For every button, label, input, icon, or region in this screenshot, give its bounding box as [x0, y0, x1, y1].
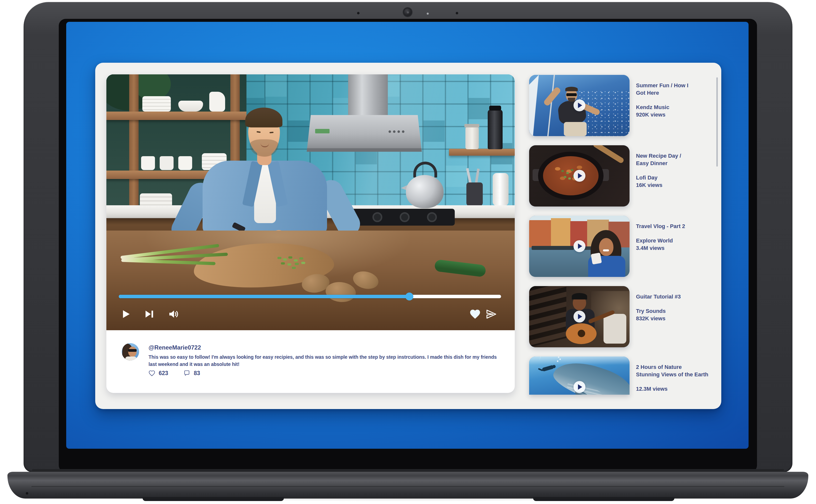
comment-reply-icon[interactable] [183, 370, 190, 377]
laptop: @ReneeMarie0722 This was so easy to foll… [0, 0, 816, 504]
video-app-window: @ReneeMarie0722 This was so easy to foll… [95, 63, 721, 409]
video-views: 12.3M views [636, 385, 721, 393]
video-thumbnail-sailing[interactable] [529, 75, 630, 136]
comment-like-count: 623 [159, 370, 168, 377]
laptop-side-port [26, 492, 28, 495]
video-channel: Kendz Music [636, 104, 721, 111]
comment-text: This was so easy to follow! I'm always l… [149, 354, 511, 368]
suggested-video-4[interactable]: Guitar Tutorial #3 Try Sounds 832K views [529, 286, 718, 347]
video-thumbnail-recipe[interactable] [529, 145, 630, 207]
thermos [488, 110, 503, 149]
video-player[interactable] [106, 74, 515, 330]
comment-reply-count: 83 [194, 370, 200, 377]
laptop-foot-left [143, 497, 284, 501]
video-title[interactable]: Guitar Tutorial #3 [636, 293, 721, 300]
comment-section: @ReneeMarie0722 This was so easy to foll… [106, 330, 515, 393]
laptop-foot-right [533, 497, 674, 501]
skip-next-button[interactable] [143, 308, 155, 320]
suggested-video-2[interactable]: New Recipe Day / Easy Dinner Lofi Day 16… [529, 145, 718, 207]
desktop-wallpaper: @ReneeMarie0722 This was so easy to foll… [66, 22, 749, 449]
video-title[interactable]: Summer Fun / How I Got Here [636, 82, 721, 97]
player-card: @ReneeMarie0722 This was so easy to foll… [106, 74, 515, 393]
suggested-video-3[interactable]: Travel Vlog - Part 2 Explore World 3.4M … [529, 216, 718, 277]
suggested-video-5[interactable]: 2 Hours of Nature Stunning Views of the … [529, 356, 718, 418]
webcam-led [427, 13, 429, 15]
laptop-base [7, 472, 808, 499]
video-thumbnail-nature[interactable] [529, 356, 630, 395]
video-thumbnail-guitar[interactable] [529, 286, 630, 347]
play-icon [574, 311, 585, 323]
video-title[interactable]: Travel Vlog - Part 2 [636, 223, 721, 230]
suggested-video-1[interactable]: Summer Fun / How I Got Here Kendz Music … [529, 75, 718, 136]
webcam [403, 8, 412, 17]
play-icon [574, 99, 585, 111]
like-button[interactable] [469, 308, 481, 320]
share-button[interactable] [485, 308, 497, 320]
right-shelf [449, 149, 515, 156]
video-views: 16K views [636, 181, 721, 189]
volume-button[interactable] [168, 308, 180, 320]
video-channel: Try Sounds [636, 307, 721, 315]
play-button[interactable] [120, 308, 132, 320]
video-views: 832K views [636, 315, 721, 322]
microphone-dot-left [357, 12, 360, 14]
video-views: 3.4M views [636, 244, 721, 252]
laptop-lid: @ReneeMarie0722 This was so easy to foll… [24, 2, 792, 472]
progress-fill [119, 295, 409, 298]
microphone-dot-right [456, 12, 458, 14]
commenter-username[interactable]: @ReneeMarie0722 [149, 344, 201, 351]
video-views: 920K views [636, 111, 721, 119]
video-title[interactable]: New Recipe Day / Easy Dinner [636, 152, 721, 167]
range-hood [307, 115, 422, 152]
commenter-avatar[interactable] [122, 343, 139, 360]
screen-bezel: @ReneeMarie0722 This was so easy to foll… [59, 19, 757, 472]
range-hood-chimney [348, 74, 388, 116]
paper-towel [493, 173, 509, 206]
play-icon [574, 381, 585, 393]
video-channel: Lofi Day [636, 174, 721, 181]
utensil-crock [466, 182, 483, 206]
scrollbar-thumb[interactable] [716, 77, 718, 167]
video-channel: Explore World [636, 237, 721, 244]
video-title[interactable]: 2 Hours of Nature Stunning Views of the … [636, 363, 721, 378]
video-thumbnail-travel[interactable] [529, 216, 630, 277]
comment-like-icon[interactable] [149, 370, 155, 377]
progress-handle[interactable] [405, 293, 413, 300]
play-icon [574, 170, 585, 182]
play-icon [574, 240, 585, 252]
